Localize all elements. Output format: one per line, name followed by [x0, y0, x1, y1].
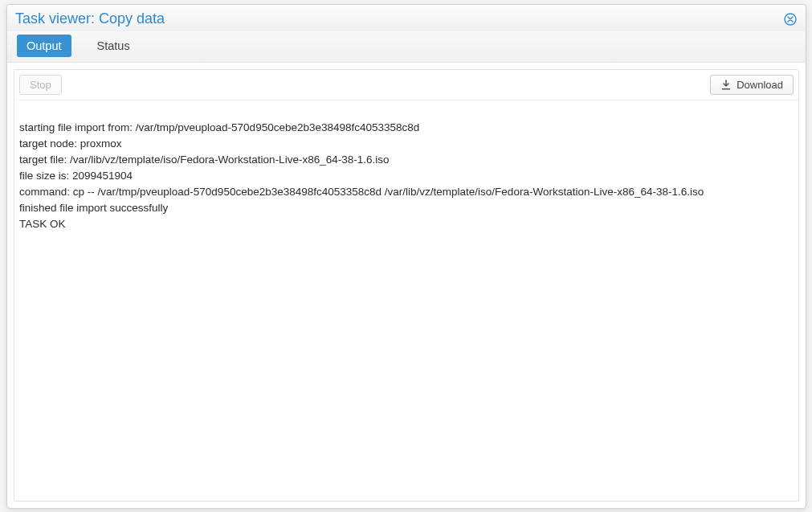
close-button[interactable] — [783, 12, 798, 27]
tab-status[interactable]: Status — [88, 35, 140, 57]
tabbar: Output Status — [7, 31, 806, 63]
output-panel: Stop Download starting file import from:… — [14, 69, 799, 502]
close-icon — [784, 13, 797, 26]
tab-output[interactable]: Output — [17, 35, 71, 57]
log-output[interactable]: starting file import from: /var/tmp/pveu… — [14, 112, 798, 490]
download-button[interactable]: Download — [710, 75, 794, 95]
toolbar: Stop Download — [14, 70, 798, 100]
stop-button[interactable]: Stop — [19, 75, 62, 95]
task-viewer-window: Task viewer: Copy data Output Status Sto… — [6, 4, 806, 509]
download-button-label: Download — [737, 79, 783, 91]
titlebar: Task viewer: Copy data — [7, 5, 806, 31]
window-title: Task viewer: Copy data — [15, 10, 165, 27]
download-icon — [720, 80, 732, 91]
stop-button-label: Stop — [30, 79, 51, 91]
